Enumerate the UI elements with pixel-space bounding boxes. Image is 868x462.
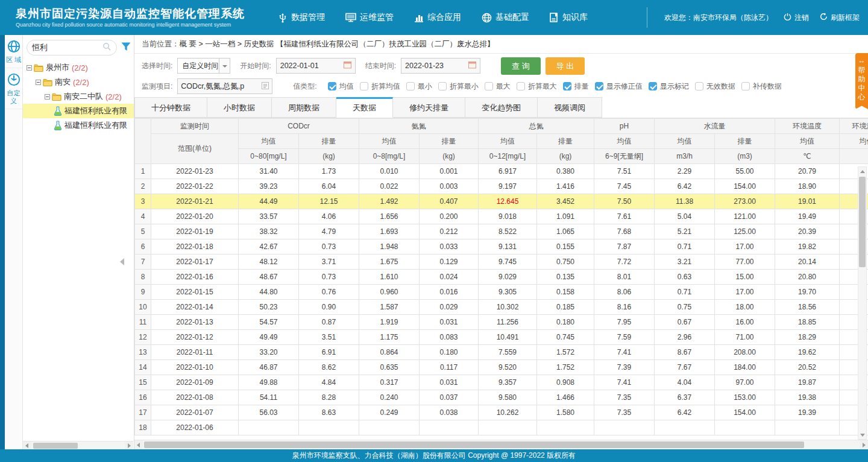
row-cell: 55.00 bbox=[715, 164, 775, 179]
checkbox-显示修正值[interactable]: 显示修正值 bbox=[595, 81, 643, 92]
tree-collapse-box[interactable] bbox=[27, 65, 32, 71]
checkbox-box[interactable] bbox=[517, 82, 525, 90]
tab-天数据[interactable]: 天数据 bbox=[336, 97, 393, 118]
table-row[interactable]: 172022-01-0756.038.630.2490.03810.2621.5… bbox=[135, 405, 868, 420]
checkbox-显示标记[interactable]: 显示标记 bbox=[649, 81, 689, 92]
tab-十分钟数据[interactable]: 十分钟数据 bbox=[134, 97, 207, 118]
table-row[interactable]: 72022-01-1748.123.711.6750.1299.7450.750… bbox=[135, 255, 868, 270]
checkbox-补传数据[interactable]: 补传数据 bbox=[741, 81, 782, 92]
search-input[interactable] bbox=[32, 43, 102, 52]
checkbox-box[interactable] bbox=[595, 82, 603, 90]
checkbox-折算最大[interactable]: 折算最大 bbox=[517, 81, 557, 92]
checkbox-box[interactable] bbox=[328, 82, 336, 90]
scroll-left-arrow[interactable] bbox=[134, 440, 143, 449]
checkbox-均值[interactable]: 均值 bbox=[328, 81, 354, 92]
table-row[interactable]: 182022-01-06 bbox=[135, 420, 868, 435]
tree-item[interactable]: 泉州市(2/2) bbox=[23, 60, 134, 75]
scroll-up-arrow[interactable] bbox=[858, 167, 866, 176]
refresh-frame-button[interactable]: 刷新框架 bbox=[820, 13, 860, 23]
rail-region-button[interactable]: 区 域 bbox=[5, 35, 22, 68]
filter-funnel-icon[interactable] bbox=[121, 42, 131, 54]
tree-item[interactable]: 南安(2/2) bbox=[23, 75, 134, 89]
table-row[interactable]: 102022-01-1450.230.901.5870.02910.3020.1… bbox=[135, 300, 868, 315]
start-date-input[interactable] bbox=[280, 62, 344, 70]
scroll-down-arrow[interactable] bbox=[858, 431, 866, 439]
checkbox-最小[interactable]: 最小 bbox=[406, 81, 432, 92]
start-date-field[interactable] bbox=[276, 58, 356, 74]
tab-小时数据[interactable]: 小时数据 bbox=[207, 97, 272, 118]
end-date-field[interactable] bbox=[401, 58, 480, 74]
checkbox-折算均值[interactable]: 折算均值 bbox=[360, 81, 400, 92]
export-button[interactable]: 导 出 bbox=[546, 57, 585, 75]
help-center-label: 帮助中心 bbox=[855, 66, 868, 102]
scroll-thumb[interactable] bbox=[144, 441, 804, 448]
table-row[interactable]: 22022-01-2239.236.040.0220.0039.1971.416… bbox=[135, 179, 868, 194]
checkbox-box[interactable] bbox=[695, 82, 703, 90]
checkbox-box[interactable] bbox=[649, 82, 657, 90]
monitor-item-field[interactable] bbox=[177, 78, 272, 94]
nav-item-4[interactable]: 基础配置 bbox=[482, 12, 529, 23]
scroll-left-arrow[interactable] bbox=[23, 441, 31, 450]
table-row[interactable]: 132022-01-1133.206.910.8640.1807.5591.57… bbox=[135, 345, 868, 360]
row-cell: 9.197 bbox=[479, 179, 537, 194]
checkbox-box[interactable] bbox=[485, 82, 493, 90]
tree-item[interactable]: 福建恒利纸业有限 bbox=[23, 118, 134, 133]
table-row[interactable]: 52022-01-1938.324.791.6930.2128.5221.065… bbox=[135, 224, 868, 239]
logout-button[interactable]: 注销 bbox=[784, 13, 809, 23]
row-date: 2022-01-19 bbox=[151, 224, 239, 239]
sidebar-hscrollbar[interactable] bbox=[23, 441, 133, 449]
table-row[interactable]: 12022-01-2331.401.730.0100.0016.9170.380… bbox=[135, 164, 868, 179]
checkbox-box[interactable] bbox=[438, 82, 447, 90]
checkbox-无效数据[interactable]: 无效数据 bbox=[695, 81, 735, 92]
time-range-select[interactable]: 自定义时间 bbox=[177, 58, 230, 74]
welcome-text: 欢迎您：南安市环保局（陈泳艺） bbox=[664, 13, 773, 23]
table-row[interactable]: 152022-01-0949.884.840.3170.0319.3570.90… bbox=[135, 375, 868, 390]
tree-item[interactable]: 南安二中队(2/2) bbox=[23, 89, 134, 104]
tab-周期数据[interactable]: 周期数据 bbox=[272, 97, 336, 118]
sidebar-collapse-handle[interactable] bbox=[120, 258, 124, 265]
checkbox-box[interactable] bbox=[741, 82, 750, 90]
checkbox-box[interactable] bbox=[406, 82, 415, 90]
table-row[interactable]: 42022-01-2033.574.061.6560.2009.0181.091… bbox=[135, 209, 868, 224]
scroll-thumb[interactable] bbox=[859, 177, 866, 267]
end-date-input[interactable] bbox=[405, 62, 468, 70]
checkbox-排量[interactable]: 排量 bbox=[563, 81, 589, 92]
row-cell: 1.175 bbox=[359, 330, 420, 345]
table-row[interactable]: 122022-01-1249.493.511.1750.08310.4910.7… bbox=[135, 330, 868, 345]
table-row[interactable]: 82022-01-1648.670.731.6100.0249.0290.135… bbox=[135, 270, 868, 285]
nav-item-1[interactable]: 数据管理 bbox=[278, 12, 325, 23]
nav-item-3[interactable]: 综合应用 bbox=[414, 12, 461, 23]
checkbox-最大[interactable]: 最大 bbox=[485, 81, 511, 92]
scroll-thumb[interactable] bbox=[33, 443, 78, 449]
calendar-icon[interactable] bbox=[344, 61, 351, 71]
monitor-item-input[interactable] bbox=[181, 82, 262, 90]
row-cell: 9.357 bbox=[479, 375, 537, 390]
tab-视频调阅[interactable]: 视频调阅 bbox=[538, 97, 602, 118]
nav-item-5[interactable]: 知识库 bbox=[550, 12, 588, 23]
tab-变化趋势图[interactable]: 变化趋势图 bbox=[465, 97, 538, 118]
table-row[interactable]: 112022-01-1354.570.871.9190.03111.2560.1… bbox=[135, 315, 868, 330]
nav-item-2[interactable]: 运维监管 bbox=[345, 12, 394, 23]
tree-item[interactable]: 福建恒利纸业有限 bbox=[23, 104, 134, 118]
tab-修约天排量[interactable]: 修约天排量 bbox=[393, 97, 465, 118]
table-row[interactable]: 162022-01-0854.118.280.2400.0379.5801.46… bbox=[135, 390, 868, 405]
list-picker-icon[interactable] bbox=[262, 82, 269, 91]
table-vscrollbar[interactable] bbox=[858, 166, 867, 440]
scroll-right-arrow[interactable] bbox=[125, 441, 133, 450]
query-button[interactable]: 查 询 bbox=[501, 57, 541, 75]
help-center-ribbon[interactable]: ↔ 帮助中心 bbox=[855, 53, 868, 109]
checkbox-折算最小[interactable]: 折算最小 bbox=[438, 81, 479, 92]
tree-collapse-box[interactable] bbox=[45, 94, 50, 100]
table-row[interactable]: 62022-01-1842.670.731.9480.0339.1310.155… bbox=[135, 239, 868, 255]
table-row[interactable]: 142022-01-1046.878.620.6350.1179.5201.75… bbox=[135, 360, 868, 375]
search-icon[interactable] bbox=[102, 42, 112, 53]
checkbox-box[interactable] bbox=[360, 82, 368, 90]
calendar-icon[interactable] bbox=[468, 61, 476, 71]
table-row[interactable]: 92022-01-1544.800.760.9600.0169.3050.158… bbox=[135, 285, 868, 300]
rail-custom-button[interactable]: 自定义 bbox=[5, 68, 22, 109]
table-row[interactable]: 32022-01-2144.4912.151.4920.40712.6453.4… bbox=[135, 194, 868, 209]
tree-collapse-box[interactable] bbox=[36, 80, 41, 85]
scroll-right-arrow[interactable] bbox=[860, 440, 868, 449]
checkbox-box[interactable] bbox=[563, 82, 571, 90]
table-hscrollbar[interactable] bbox=[134, 440, 868, 449]
